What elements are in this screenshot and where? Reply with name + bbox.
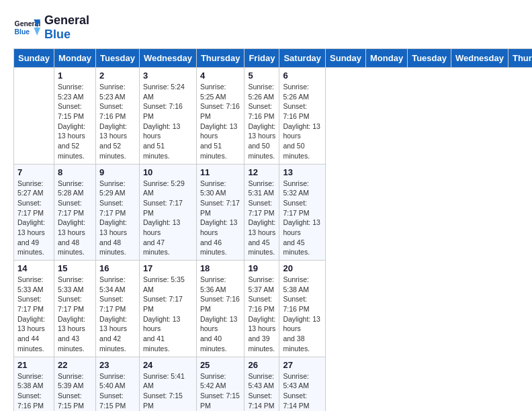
- page-header: General Blue General Blue: [13, 13, 519, 42]
- day-cell: 22Sunrise: 5:39 AM Sunset: 7:15 PM Dayli…: [54, 357, 95, 411]
- day-cell: 27Sunrise: 5:43 AM Sunset: 7:14 PM Dayli…: [279, 357, 326, 411]
- day-info: Sunrise: 5:35 AM Sunset: 7:17 PM Dayligh…: [143, 275, 193, 354]
- day-cell: 26Sunrise: 5:43 AM Sunset: 7:14 PM Dayli…: [245, 357, 279, 411]
- day-number: 13: [283, 167, 322, 177]
- day-number: 17: [143, 263, 193, 273]
- day-number: 24: [143, 360, 193, 370]
- col-header-wednesday: Wednesday: [139, 49, 196, 68]
- day-cell: 18Sunrise: 5:36 AM Sunset: 7:16 PM Dayli…: [196, 261, 245, 357]
- day-number: 2: [99, 71, 136, 81]
- logo-icon: General Blue: [13, 14, 40, 41]
- day-info: Sunrise: 5:43 AM Sunset: 7:14 PM Dayligh…: [248, 371, 275, 412]
- col-tuesday: Tuesday: [408, 49, 451, 68]
- week-row-4: 21Sunrise: 5:38 AM Sunset: 7:16 PM Dayli…: [14, 357, 533, 411]
- day-cell: 1Sunrise: 5:23 AM Sunset: 7:15 PM Daylig…: [54, 68, 95, 165]
- day-number: 12: [248, 167, 275, 177]
- day-info: Sunrise: 5:32 AM Sunset: 7:17 PM Dayligh…: [283, 179, 322, 258]
- day-info: Sunrise: 5:36 AM Sunset: 7:16 PM Dayligh…: [200, 275, 241, 354]
- week-row-2: 7Sunrise: 5:27 AM Sunset: 7:17 PM Daylig…: [14, 164, 533, 261]
- day-info: Sunrise: 5:26 AM Sunset: 7:16 PM Dayligh…: [248, 82, 275, 161]
- day-info: Sunrise: 5:29 AM Sunset: 7:17 PM Dayligh…: [143, 179, 193, 258]
- day-number: 8: [58, 167, 92, 177]
- day-info: Sunrise: 5:42 AM Sunset: 7:15 PM Dayligh…: [200, 371, 241, 412]
- day-info: Sunrise: 5:34 AM Sunset: 7:17 PM Dayligh…: [99, 275, 136, 354]
- day-number: 18: [200, 263, 241, 273]
- day-info: Sunrise: 5:31 AM Sunset: 7:17 PM Dayligh…: [248, 179, 275, 258]
- day-info: Sunrise: 5:37 AM Sunset: 7:16 PM Dayligh…: [248, 275, 275, 354]
- col-header-sunday: Sunday: [14, 49, 54, 68]
- day-number: 10: [143, 167, 193, 177]
- logo-blue: Blue: [44, 28, 89, 42]
- day-cell: 23Sunrise: 5:40 AM Sunset: 7:15 PM Dayli…: [96, 357, 140, 411]
- day-info: Sunrise: 5:43 AM Sunset: 7:14 PM Dayligh…: [283, 371, 322, 412]
- day-cell: 25Sunrise: 5:42 AM Sunset: 7:15 PM Dayli…: [196, 357, 245, 411]
- svg-marker-3: [34, 28, 40, 36]
- day-number: 26: [248, 360, 275, 370]
- day-number: 21: [17, 360, 50, 370]
- day-info: Sunrise: 5:30 AM Sunset: 7:17 PM Dayligh…: [200, 179, 241, 258]
- day-cell: 20Sunrise: 5:38 AM Sunset: 7:16 PM Dayli…: [279, 261, 326, 357]
- day-info: Sunrise: 5:40 AM Sunset: 7:15 PM Dayligh…: [99, 371, 136, 412]
- day-cell: 8Sunrise: 5:28 AM Sunset: 7:17 PM Daylig…: [54, 164, 95, 261]
- day-info: Sunrise: 5:25 AM Sunset: 7:16 PM Dayligh…: [200, 82, 241, 161]
- day-info: Sunrise: 5:24 AM Sunset: 7:16 PM Dayligh…: [143, 82, 193, 161]
- day-number: 27: [283, 360, 322, 370]
- day-cell: 11Sunrise: 5:30 AM Sunset: 7:17 PM Dayli…: [196, 164, 245, 261]
- col-header-friday: Friday: [245, 49, 279, 68]
- day-number: 4: [200, 71, 241, 81]
- day-info: Sunrise: 5:23 AM Sunset: 7:16 PM Dayligh…: [99, 82, 136, 161]
- day-cell: 5Sunrise: 5:26 AM Sunset: 7:16 PM Daylig…: [245, 68, 279, 165]
- day-cell: 2Sunrise: 5:23 AM Sunset: 7:16 PM Daylig…: [96, 68, 140, 165]
- col-header-tuesday: Tuesday: [96, 49, 140, 68]
- day-info: Sunrise: 5:27 AM Sunset: 7:17 PM Dayligh…: [17, 179, 50, 258]
- day-cell: 21Sunrise: 5:38 AM Sunset: 7:16 PM Dayli…: [14, 357, 54, 411]
- logo-general: General: [44, 13, 89, 28]
- header-row: SundayMondayTuesdayWednesdayThursdayFrid…: [14, 49, 533, 68]
- day-number: 7: [17, 167, 50, 177]
- day-cell: [14, 68, 54, 165]
- day-info: Sunrise: 5:41 AM Sunset: 7:15 PM Dayligh…: [143, 371, 193, 412]
- day-cell: 24Sunrise: 5:41 AM Sunset: 7:15 PM Dayli…: [139, 357, 196, 411]
- col-header-saturday: Saturday: [279, 49, 326, 68]
- day-cell: 4Sunrise: 5:25 AM Sunset: 7:16 PM Daylig…: [196, 68, 245, 165]
- day-number: 16: [99, 263, 136, 273]
- day-number: 3: [143, 71, 193, 81]
- day-info: Sunrise: 5:26 AM Sunset: 7:16 PM Dayligh…: [283, 82, 322, 161]
- day-number: 22: [58, 360, 92, 370]
- col-monday: Monday: [366, 49, 408, 68]
- day-cell: 17Sunrise: 5:35 AM Sunset: 7:17 PM Dayli…: [139, 261, 196, 357]
- day-number: 19: [248, 263, 275, 273]
- day-number: 15: [58, 263, 92, 273]
- day-cell: 14Sunrise: 5:33 AM Sunset: 7:17 PM Dayli…: [14, 261, 54, 357]
- day-info: Sunrise: 5:33 AM Sunset: 7:17 PM Dayligh…: [58, 275, 92, 354]
- day-info: Sunrise: 5:38 AM Sunset: 7:16 PM Dayligh…: [283, 275, 322, 354]
- day-info: Sunrise: 5:38 AM Sunset: 7:16 PM Dayligh…: [17, 371, 50, 412]
- day-number: 1: [58, 71, 92, 81]
- col-sunday: Sunday: [326, 49, 366, 68]
- day-cell: 16Sunrise: 5:34 AM Sunset: 7:17 PM Dayli…: [96, 261, 140, 357]
- day-number: 11: [200, 167, 241, 177]
- week-row-1: 1Sunrise: 5:23 AM Sunset: 7:15 PM Daylig…: [14, 68, 533, 165]
- col-header-monday: Monday: [54, 49, 95, 68]
- day-number: 6: [283, 71, 322, 81]
- day-cell: 19Sunrise: 5:37 AM Sunset: 7:16 PM Dayli…: [245, 261, 279, 357]
- day-info: Sunrise: 5:39 AM Sunset: 7:15 PM Dayligh…: [58, 371, 92, 412]
- day-number: 23: [99, 360, 136, 370]
- day-cell: 6Sunrise: 5:26 AM Sunset: 7:16 PM Daylig…: [279, 68, 326, 165]
- calendar-table: SundayMondayTuesdayWednesdayThursdayFrid…: [13, 48, 532, 411]
- day-cell: 13Sunrise: 5:32 AM Sunset: 7:17 PM Dayli…: [279, 164, 326, 261]
- week-row-3: 14Sunrise: 5:33 AM Sunset: 7:17 PM Dayli…: [14, 261, 533, 357]
- logo: General Blue General Blue: [13, 13, 89, 42]
- day-info: Sunrise: 5:28 AM Sunset: 7:17 PM Dayligh…: [58, 179, 92, 258]
- day-info: Sunrise: 5:23 AM Sunset: 7:15 PM Dayligh…: [58, 82, 92, 161]
- day-number: 9: [99, 167, 136, 177]
- day-cell: 3Sunrise: 5:24 AM Sunset: 7:16 PM Daylig…: [139, 68, 196, 165]
- day-number: 14: [17, 263, 50, 273]
- day-info: Sunrise: 5:29 AM Sunset: 7:17 PM Dayligh…: [99, 179, 136, 258]
- day-cell: 10Sunrise: 5:29 AM Sunset: 7:17 PM Dayli…: [139, 164, 196, 261]
- day-number: 25: [200, 360, 241, 370]
- day-info: Sunrise: 5:33 AM Sunset: 7:17 PM Dayligh…: [17, 275, 50, 354]
- col-thursday: Thursday: [508, 49, 532, 68]
- col-header-thursday: Thursday: [196, 49, 245, 68]
- day-cell: 12Sunrise: 5:31 AM Sunset: 7:17 PM Dayli…: [245, 164, 279, 261]
